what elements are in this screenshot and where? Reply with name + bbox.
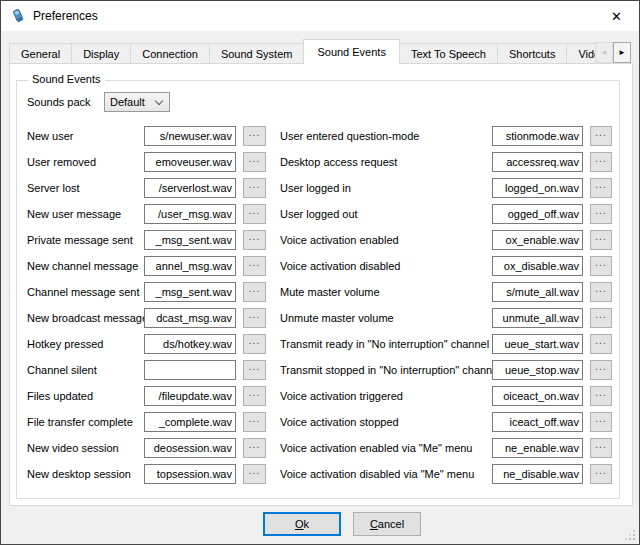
event-label: User removed — [27, 152, 144, 172]
sound-file-input[interactable]: /user_msg.wav — [144, 204, 236, 224]
event-label: Unmute master volume — [280, 308, 492, 328]
browse-button[interactable]: ... — [243, 152, 266, 172]
tab-connection[interactable]: Connection — [130, 43, 210, 64]
browse-button[interactable]: ... — [243, 386, 266, 406]
app-icon — [10, 8, 26, 24]
browse-button[interactable]: ... — [590, 464, 612, 484]
browse-button[interactable]: ... — [243, 412, 266, 432]
sound-file-input[interactable]: s/newuser.wav — [144, 126, 236, 146]
sound-event-row: New user s/newuser.wav ... User entered … — [17, 126, 619, 152]
event-label: New user — [27, 126, 144, 146]
browse-button[interactable]: ... — [243, 438, 266, 458]
browse-button[interactable]: ... — [243, 256, 266, 276]
sound-file-input[interactable]: emoveuser.wav — [144, 152, 236, 172]
browse-button[interactable]: ... — [590, 308, 612, 328]
browse-button[interactable]: ... — [243, 126, 266, 146]
event-label: Voice activation triggered — [280, 386, 492, 406]
tab-sound-events[interactable]: Sound Events — [303, 39, 400, 64]
sound-file-input[interactable]: /serverlost.wav — [144, 178, 236, 198]
sounds-pack-row: Sounds pack Default — [27, 92, 170, 112]
sounds-pack-select[interactable]: Default — [104, 92, 170, 112]
sound-file-input[interactable]: accessreq.wav — [492, 152, 583, 172]
browse-button[interactable]: ... — [590, 282, 612, 302]
event-label: New video session — [27, 438, 144, 458]
event-label: Voice activation enabled via "Me" menu — [280, 438, 492, 458]
sound-file-input[interactable]: ueue_start.wav — [492, 334, 583, 354]
tab-sound-system[interactable]: Sound System — [209, 43, 305, 64]
browse-button[interactable]: ... — [590, 204, 612, 224]
sound-file-input[interactable]: ne_disable.wav — [492, 464, 583, 484]
sound-event-row: New channel message annel_msg.wav ... Vo… — [17, 256, 619, 282]
tab-scroll-right-icon[interactable]: ► — [613, 42, 631, 63]
browse-button[interactable]: ... — [243, 360, 266, 380]
title-bar: Preferences ✕ — [1, 1, 639, 31]
cancel-button[interactable]: Cancel — [353, 512, 421, 536]
browse-button[interactable]: ... — [590, 438, 612, 458]
browse-button[interactable]: ... — [243, 204, 266, 224]
sounds-pack-value: Default — [110, 96, 145, 108]
ok-button[interactable]: Ok — [263, 512, 341, 536]
browse-button[interactable]: ... — [590, 360, 612, 380]
tab-text-to-speech[interactable]: Text To Speech — [399, 43, 498, 64]
sound-file-input[interactable]: topsession.wav — [144, 464, 236, 484]
sound-file-input[interactable]: /fileupdate.wav — [144, 386, 236, 406]
event-label: Private message sent — [27, 230, 144, 250]
tab-shortcuts[interactable]: Shortcuts — [497, 43, 567, 64]
sound-file-input[interactable]: s/mute_all.wav — [492, 282, 583, 302]
browse-button[interactable]: ... — [590, 152, 612, 172]
sound-file-input[interactable]: _msg_sent.wav — [144, 230, 236, 250]
sound-file-input[interactable]: ox_disable.wav — [492, 256, 583, 276]
browse-button[interactable]: ... — [243, 308, 266, 328]
sound-event-row: Channel message sent _msg_sent.wav ... M… — [17, 282, 619, 308]
event-label: Mute master volume — [280, 282, 492, 302]
browse-button[interactable]: ... — [243, 464, 266, 484]
browse-button[interactable]: ... — [590, 178, 612, 198]
sound-event-row: Hotkey pressed ds/hotkey.wav ... Transmi… — [17, 334, 619, 360]
event-label: New user message — [27, 204, 144, 224]
sound-file-input[interactable]: deosession.wav — [144, 438, 236, 458]
browse-button[interactable]: ... — [590, 386, 612, 406]
browse-button[interactable]: ... — [590, 126, 612, 146]
event-label: New desktop session — [27, 464, 144, 484]
browse-button[interactable]: ... — [590, 230, 612, 250]
sound-file-input[interactable]: _complete.wav — [144, 412, 236, 432]
sound-file-input[interactable]: ogged_off.wav — [492, 204, 583, 224]
sound-file-input[interactable]: ne_enable.wav — [492, 438, 583, 458]
browse-button[interactable]: ... — [590, 256, 612, 276]
event-label: File transfer complete — [27, 412, 144, 432]
browse-button[interactable]: ... — [590, 334, 612, 354]
browse-button[interactable]: ... — [243, 282, 266, 302]
resize-grip[interactable] — [625, 530, 635, 540]
sound-events-rows: New user s/newuser.wav ... User entered … — [17, 126, 619, 490]
browse-button[interactable]: ... — [243, 334, 266, 354]
event-label: New broadcast message — [27, 308, 144, 328]
event-label: Channel silent — [27, 360, 144, 380]
sound-file-input[interactable]: ds/hotkey.wav — [144, 334, 236, 354]
event-label: User logged in — [280, 178, 492, 198]
tab-scroll-left-icon[interactable]: ◄ — [595, 42, 613, 63]
tab-display[interactable]: Display — [71, 43, 131, 64]
sound-event-row: Files updated /fileupdate.wav ... Voice … — [17, 386, 619, 412]
sound-file-input[interactable]: annel_msg.wav — [144, 256, 236, 276]
browse-button[interactable]: ... — [590, 412, 612, 432]
sound-file-input[interactable]: oiceact_on.wav — [492, 386, 583, 406]
event-label: Voice activation disabled — [280, 256, 492, 276]
close-icon[interactable]: ✕ — [594, 1, 639, 31]
ok-button-label: Ok — [295, 518, 309, 530]
browse-button[interactable]: ... — [243, 178, 266, 198]
event-label: User entered question-mode — [280, 126, 492, 146]
sound-file-input[interactable]: iceact_off.wav — [492, 412, 583, 432]
sound-file-input[interactable]: logged_on.wav — [492, 178, 583, 198]
sound-file-input[interactable]: unmute_all.wav — [492, 308, 583, 328]
sound-file-input[interactable]: ox_enable.wav — [492, 230, 583, 250]
sound-file-input[interactable] — [144, 360, 236, 380]
sound-file-input[interactable]: dcast_msg.wav — [144, 308, 236, 328]
sound-event-row: New desktop session topsession.wav ... V… — [17, 464, 619, 490]
tab-bar: GeneralDisplayConnectionSound SystemSoun… — [9, 33, 631, 64]
tab-general[interactable]: General — [9, 43, 72, 64]
event-label: Transmit stopped in "No interruption" ch… — [280, 360, 492, 380]
browse-button[interactable]: ... — [243, 230, 266, 250]
sound-file-input[interactable]: stionmode.wav — [492, 126, 583, 146]
sound-file-input[interactable]: _msg_sent.wav — [144, 282, 236, 302]
sound-file-input[interactable]: ueue_stop.wav — [492, 360, 583, 380]
